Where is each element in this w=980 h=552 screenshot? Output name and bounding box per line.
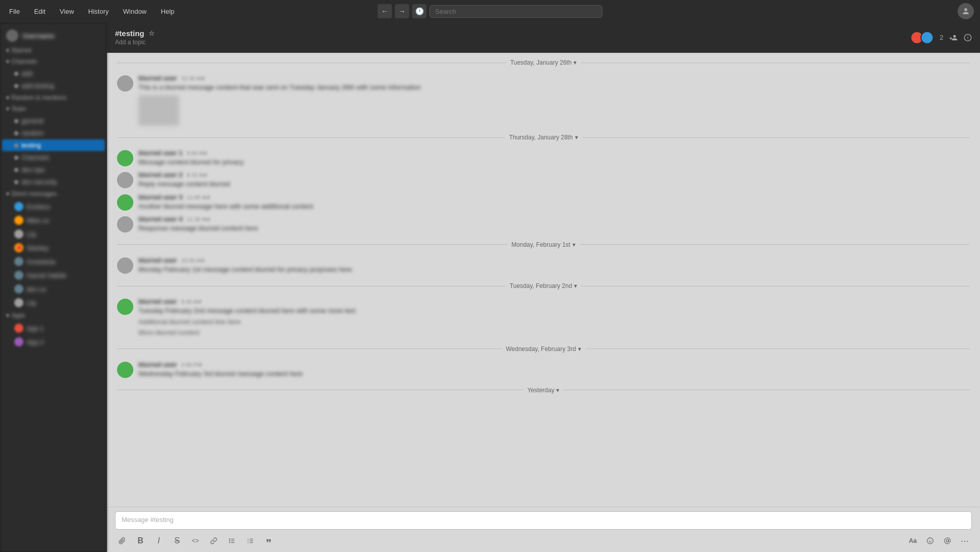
messages-area[interactable]: Tuesday, January 26th ▾ blurred user 10:… (107, 53, 980, 507)
user-avatar-sidebar[interactable] (6, 30, 18, 42)
member-count: 2 (940, 34, 943, 41)
svg-point-5 (229, 538, 230, 539)
sidebar-item-devsecurity[interactable]: dev-security (2, 176, 105, 188)
blockquote-button[interactable] (262, 534, 276, 548)
channel-title: #testing ☆ (115, 29, 910, 38)
menu-window[interactable]: Window (120, 7, 150, 16)
user-avatar-menu[interactable] (958, 3, 974, 19)
mention-button[interactable] (940, 534, 955, 548)
sidebar-item-general[interactable]: general (2, 115, 105, 127)
dm-devux[interactable]: dev-ux (2, 282, 105, 296)
date-label[interactable]: Tuesday, January 26th ▾ (510, 59, 577, 66)
app-item-1[interactable]: App 1 (2, 322, 105, 335)
sidebar-item-testing[interactable]: testing (2, 139, 105, 151)
message-time: 10:30 AM (181, 75, 205, 81)
message-input[interactable]: Message #testing (115, 511, 972, 530)
sidebar-item-devops[interactable]: dev-ops (2, 164, 105, 176)
strikethrough-button[interactable]: S (170, 534, 184, 548)
bold-button[interactable]: B (133, 534, 148, 548)
sidebar-item-random[interactable]: random (2, 127, 105, 139)
user-area: Username (0, 26, 107, 45)
avatar (117, 299, 133, 315)
dm-name: Mike ux (26, 217, 49, 224)
date-label[interactable]: Monday, February 1st ▾ (511, 241, 575, 248)
app-item-2[interactable]: App 2 (2, 335, 105, 348)
dm-avatar (14, 229, 23, 239)
message-meta: blurred user 9:30 AM (138, 298, 970, 305)
avatar (117, 216, 133, 233)
section-channels[interactable]: ▾ Channels (0, 56, 107, 67)
chevron-icon: ▾ (6, 58, 9, 65)
app-name: App 1 (26, 325, 44, 332)
dm-avatar (14, 202, 23, 211)
chevron-icon: ▾ (6, 312, 9, 319)
more-options-button[interactable]: ⋯ (958, 534, 972, 548)
bullet-list-button[interactable] (225, 534, 239, 548)
status-dot (14, 180, 18, 184)
sidebar: Username ▾ Starred ▾ Channels add add-te… (0, 22, 107, 552)
svg-point-14 (927, 538, 933, 544)
section-random[interactable]: ▾ Random & mentions (0, 92, 107, 103)
message-group: blurred user 2:00 PM Wednesday February … (107, 359, 980, 381)
link-button[interactable] (207, 534, 221, 548)
sidebar-item-channels[interactable]: Channels (2, 152, 105, 163)
sidebar-item-add[interactable]: add (2, 68, 105, 79)
forward-button[interactable]: → (395, 4, 409, 18)
dm-name: Stanley (26, 244, 48, 252)
message-content: blurred user 3 11:00 AM Another blurred … (138, 193, 970, 211)
dm-anastasia[interactable]: Anastasia (2, 255, 105, 268)
channel-title-area: #testing ☆ Add a topic (115, 29, 910, 46)
channel-info-button[interactable]: i (964, 34, 972, 42)
code-button[interactable]: <> (188, 534, 203, 548)
attach-button[interactable] (115, 534, 129, 548)
menu-view[interactable]: View (56, 7, 77, 16)
message-author: blurred user 4 (138, 215, 183, 223)
message-text: Tuesday February 2nd message content blu… (138, 306, 970, 315)
search-input[interactable] (429, 5, 602, 18)
dm-avatar (14, 257, 23, 266)
dm-lily2[interactable]: Lily (2, 296, 105, 309)
section-team[interactable]: ▾ Team (0, 103, 107, 114)
section-apps[interactable]: ▾ Apps (0, 310, 107, 321)
chevron-down-icon: ▾ (578, 345, 581, 353)
section-starred[interactable]: ▾ Starred (0, 45, 107, 56)
date-label[interactable]: Thursday, January 28th ▾ (509, 134, 578, 141)
section-direct-messages[interactable]: ▾ Direct messages (0, 188, 107, 199)
add-member-button[interactable] (949, 34, 958, 42)
divider-line (581, 63, 970, 63)
menu-edit[interactable]: Edit (31, 7, 48, 16)
date-label[interactable]: Wednesday, February 3rd ▾ (506, 345, 581, 353)
date-label[interactable]: Yesterday ▾ (528, 387, 560, 394)
star-icon[interactable]: ☆ (149, 30, 155, 37)
message-time: 2:00 PM (181, 362, 202, 368)
dm-ershkov[interactable]: Ershkov (2, 200, 105, 213)
sidebar-item-add-testing[interactable]: add-testing (2, 80, 105, 92)
menu-bar: File Edit View History Window Help ← → 🕐 (0, 0, 980, 22)
dm-hamid[interactable]: Hamid Habibi (2, 269, 105, 282)
menu-file[interactable]: File (6, 7, 23, 16)
message-meta: blurred user 1 9:00 AM (138, 149, 970, 157)
dm-stanley[interactable]: 🔴 Stanley (2, 241, 105, 254)
input-area: Message #testing B I S <> 1.2.3. (107, 507, 980, 552)
back-button[interactable]: ← (378, 4, 392, 18)
input-toolbar: B I S <> 1.2.3. Aa (115, 534, 972, 548)
date-label[interactable]: Tuesday, February 2nd ▾ (510, 282, 578, 289)
message-text: Wednesday February 3rd blurred message c… (138, 369, 970, 379)
dm-lily[interactable]: Lily (2, 227, 105, 241)
italic-button[interactable]: I (152, 534, 166, 548)
menu-history[interactable]: History (85, 7, 111, 16)
avatar (117, 172, 133, 188)
channel-topic[interactable]: Add a topic (115, 39, 910, 46)
menu-help[interactable]: Help (158, 7, 178, 16)
font-button[interactable]: Aa (906, 534, 920, 548)
emoji-button[interactable] (923, 534, 937, 548)
channel-area: #testing ☆ Add a topic 2 (107, 22, 980, 552)
message-meta: blurred user 2:00 PM (138, 361, 970, 368)
numbered-list-button[interactable]: 1.2.3. (243, 534, 257, 548)
dm-mike[interactable]: Mike ux (2, 214, 105, 227)
chevron-icon: ▾ (6, 190, 9, 197)
member-avatars[interactable] (910, 31, 934, 44)
history-button[interactable]: 🕐 (412, 4, 426, 18)
avatar (117, 257, 133, 274)
chevron-icon: ▾ (6, 105, 9, 112)
